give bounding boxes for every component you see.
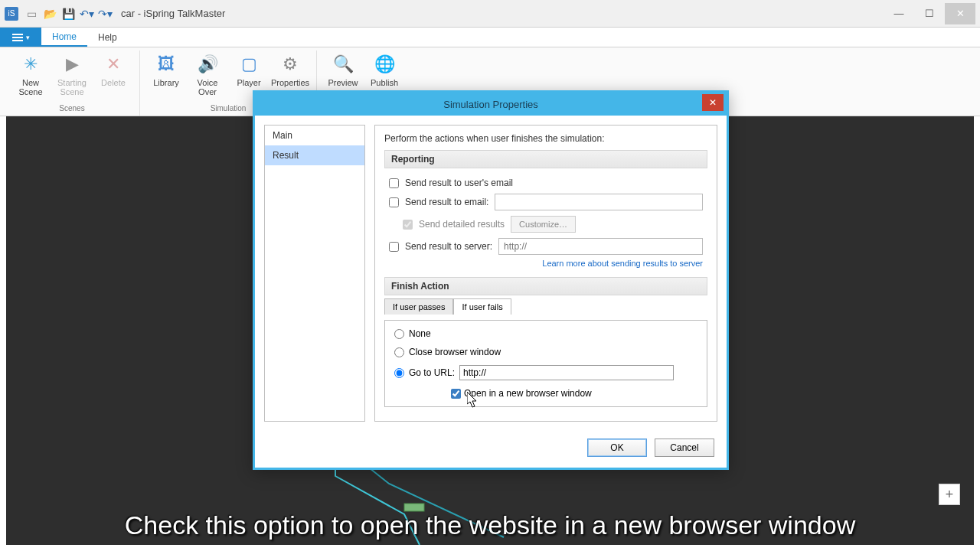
maximize-button[interactable]: ☐: [914, 3, 945, 24]
close-button[interactable]: ✕: [945, 3, 975, 24]
undo-icon[interactable]: ↶▾: [80, 7, 93, 21]
content-intro: Perform the actions when user finishes t…: [384, 133, 707, 144]
preview-icon: 🔍: [331, 52, 355, 77]
finish-tab-panel: None Close browser window Go to URL: Ope…: [384, 320, 707, 407]
finish-close-label: Close browser window: [409, 347, 501, 357]
finish-url-input[interactable]: [459, 365, 674, 380]
dialog-footer: OK Cancel: [255, 431, 727, 468]
simulation-properties-dialog: Simulation Properties ✕ Main Result Perf…: [253, 90, 729, 470]
publish-icon: 🌐: [372, 52, 397, 77]
send-server-label: Send result to server:: [405, 241, 492, 252]
tab-if-fails[interactable]: If user fails: [453, 298, 511, 315]
app-icon: iS: [5, 7, 18, 21]
tab-if-passes[interactable]: If user passes: [384, 298, 453, 315]
new-window-checkbox[interactable]: [451, 389, 461, 399]
file-menu-icon: [12, 34, 23, 41]
tab-help[interactable]: Help: [87, 28, 128, 47]
new-scene-icon: ✳: [18, 52, 43, 77]
delete-button[interactable]: ✕ Delete: [93, 51, 133, 103]
new-scene-label: New Scene: [11, 78, 51, 96]
finish-goto-label: Go to URL:: [409, 367, 455, 378]
delete-label: Delete: [101, 78, 126, 87]
finish-none-label: None: [409, 328, 431, 339]
titlebar: iS ▭ 📂 💾 ↶▾ ↷▾ car - iSpring TalkMaster …: [0, 0, 980, 28]
new-scene-button[interactable]: ✳ New Scene: [11, 51, 51, 103]
voice-over-label: Voice Over: [188, 78, 227, 96]
sidenav-item-result[interactable]: Result: [265, 145, 364, 165]
dialog-content: Perform the actions when user finishes t…: [374, 125, 717, 422]
svg-rect-2: [12, 40, 23, 41]
open-doc-icon[interactable]: 📂: [43, 7, 57, 21]
ok-button[interactable]: OK: [587, 439, 647, 457]
reporting-header: Reporting: [384, 150, 707, 168]
dialog-titlebar[interactable]: Simulation Properties ✕: [255, 93, 727, 116]
ribbon-tabstrip: Home Help: [0, 28, 980, 47]
library-icon: 🖼: [154, 52, 178, 77]
svg-rect-0: [12, 34, 23, 35]
starting-scene-button[interactable]: ▶ Starting Scene: [52, 51, 92, 103]
properties-label: Properties: [271, 78, 309, 87]
finish-close-radio[interactable]: [394, 347, 404, 357]
send-server-checkbox[interactable]: [389, 242, 399, 252]
sidenav-item-main[interactable]: Main: [265, 126, 364, 145]
delete-icon: ✕: [101, 52, 126, 77]
svg-rect-4: [404, 504, 424, 511]
send-email-label: Send result to email:: [405, 197, 488, 207]
finish-tabs: If user passes If user fails: [384, 298, 707, 315]
ribbon-group-scenes: ✳ New Scene ▶ Starting Scene ✕ Delete Sc…: [5, 51, 140, 116]
reporting-body: Send result to user's email Send result …: [384, 174, 707, 271]
customize-button[interactable]: Customize…: [511, 216, 576, 233]
send-email-input[interactable]: [495, 194, 703, 210]
save-doc-icon[interactable]: 💾: [61, 7, 75, 21]
starting-scene-label: Starting Scene: [52, 78, 92, 96]
new-window-label: Open in a new browser window: [464, 388, 592, 399]
send-user-email-checkbox[interactable]: [389, 178, 399, 188]
zoom-plus-button[interactable]: +: [939, 484, 960, 505]
voice-over-button[interactable]: 🔊 Voice Over: [188, 51, 227, 103]
voice-over-icon: 🔊: [195, 52, 220, 77]
library-label: Library: [153, 78, 179, 87]
detailed-results-checkbox: [403, 220, 413, 230]
simulation-group-label: Simulation: [211, 103, 247, 116]
svg-rect-1: [12, 37, 23, 38]
dialog-close-button[interactable]: ✕: [702, 94, 724, 111]
scenes-group-label: Scenes: [59, 103, 84, 116]
quick-access-toolbar: ▭ 📂 💾 ↶▾ ↷▾: [24, 7, 112, 21]
send-email-checkbox[interactable]: [389, 197, 399, 207]
dialog-side-nav: Main Result: [264, 125, 365, 422]
send-user-email-label: Send result to user's email: [405, 178, 513, 188]
finish-none-radio[interactable]: [394, 329, 404, 339]
dialog-title: Simulation Properties: [443, 99, 538, 110]
redo-icon[interactable]: ↷▾: [98, 7, 112, 21]
window-controls: — ☐ ✕: [884, 3, 975, 24]
tab-home[interactable]: Home: [41, 28, 87, 47]
finish-header: Finish Action: [384, 277, 707, 295]
publish-label: Publish: [371, 78, 398, 87]
gear-icon: ⚙: [278, 52, 302, 77]
window-title: car - iSpring TalkMaster: [121, 8, 884, 19]
file-tab[interactable]: [0, 28, 41, 47]
starting-scene-icon: ▶: [60, 52, 84, 77]
send-server-input[interactable]: [498, 238, 703, 255]
finish-goto-radio[interactable]: [394, 368, 404, 378]
player-label: Player: [237, 78, 260, 87]
player-icon: ▢: [237, 52, 261, 77]
detailed-results-label: Send detailed results: [419, 219, 505, 230]
preview-label: Preview: [328, 78, 358, 87]
minimize-button[interactable]: —: [884, 3, 914, 24]
new-doc-icon[interactable]: ▭: [24, 7, 38, 21]
cancel-button[interactable]: Cancel: [655, 439, 714, 457]
library-button[interactable]: 🖼 Library: [146, 51, 186, 103]
learn-more-link[interactable]: Learn more about sending results to serv…: [389, 259, 703, 268]
